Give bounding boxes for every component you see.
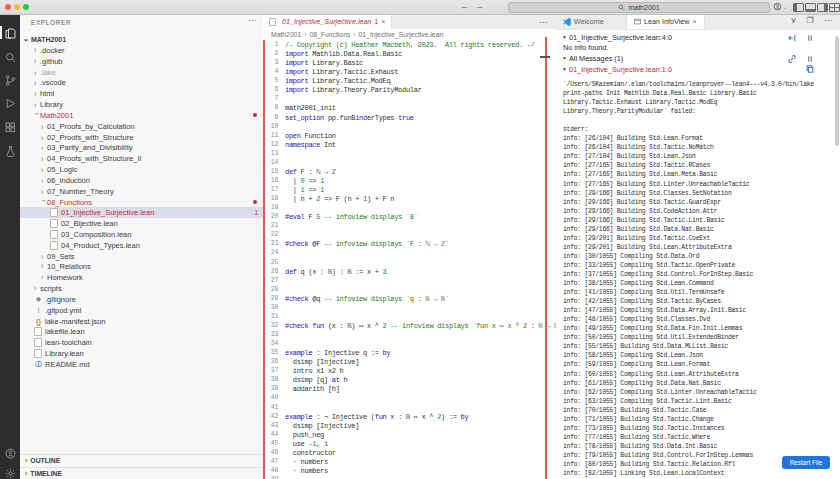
code-line[interactable]: 37 intro x1 x2 h [263,367,556,376]
editor-more-actions-icon[interactable]: ··· [539,17,548,27]
tab-welcome[interactable]: Welcome [556,14,611,29]
code-line[interactable]: 5import Library.Tactic.ModEq [263,77,556,86]
tree-file-library.lean[interactable]: Library.lean [20,348,263,359]
code-line[interactable]: 29#check @q -- infoview displays `q : ℝ … [263,295,556,304]
close-window-button[interactable] [5,4,11,10]
settings-gear-icon[interactable] [4,466,17,479]
source-control-icon[interactable] [4,73,17,86]
restart-file-button[interactable]: Restart File [782,456,830,469]
tree-folder-.docker[interactable]: ›.docker [20,45,263,56]
code-line[interactable]: 45 use -1, 1 [263,440,556,449]
maximize-window-button[interactable] [23,4,29,10]
tree-file-lean-toolchain[interactable]: lean-toolchain [20,337,263,348]
code-line[interactable]: 8math2001_init [263,104,556,113]
tree-folder-.lake[interactable]: ›.lake [20,67,263,78]
code-line[interactable]: 15def F : ℕ → ℤ [263,168,556,177]
code-line[interactable]: 30 [263,304,556,313]
code-line[interactable]: 24 [263,249,556,258]
code-line[interactable]: 9set_option pp.funBinderTypes true [263,114,556,123]
tree-folder-library[interactable]: ›Library [20,99,263,110]
infoview-section-header[interactable]: ▼01_Injective_Surjective.lean:4:0 [556,32,840,43]
code-line[interactable]: 27 [263,277,556,286]
code-line[interactable]: 13 [263,150,556,159]
breadcrumb-item[interactable]: 08_Functions [310,31,351,38]
build-log-output[interactable]: `/Users/SKazemian/.elan/toolchains/leanp… [563,80,814,478]
breadcrumb[interactable]: Math2001›08_Functions›01_Injective_Surje… [263,29,557,40]
tree-folder-.github[interactable]: ›.github [20,56,263,67]
tab-lean-infoview[interactable]: Lean InfoView × [626,14,705,29]
explorer-icon[interactable] [4,26,17,39]
close-tab-icon[interactable]: × [381,18,385,25]
outline-section[interactable]: › OUTLINE [20,454,263,467]
toggle-primary-sidebar-icon[interactable] [793,3,804,12]
link-icon[interactable] [788,55,796,63]
code-line[interactable]: 35example : Injective q := by [263,349,556,358]
code-line[interactable]: 26def q (x : ℝ) : ℝ := x + 3 [263,268,556,277]
code-line[interactable]: 16 | 0 => 1 [263,177,556,186]
code-line[interactable]: 22 [263,231,556,240]
extensions-icon[interactable] [4,120,17,133]
code-line[interactable]: 32#check fun (x : ℝ) ↦ x ^ 2 -- infoview… [263,322,556,331]
code-line[interactable]: 25 [263,259,556,268]
code-line[interactable]: 6import Library.Theory.ParityModular [263,86,556,95]
goto-icon[interactable] [788,34,796,42]
tree-folder-.vscode[interactable]: ›.vscode [20,77,263,88]
tree-file-.gitignore[interactable]: ◆.gitignore [20,294,263,305]
pause-icon[interactable] [806,34,814,42]
code-line[interactable]: 36 dsimp [Injective] [263,358,556,367]
tree-folder-html[interactable]: ›html [20,88,263,99]
infoview-section-header[interactable]: ▼01_Injective_Surjective.lean:1:0 [556,64,840,75]
tree-folder-10_relations[interactable]: ›10_Relations [20,262,263,273]
code-line[interactable]: 3import Library.Basic [263,59,556,68]
code-line[interactable]: 21 [263,222,556,231]
code-line[interactable]: 14 [263,159,556,168]
tree-file-readme.md[interactable]: ⓘREADME.md [20,359,263,370]
tree-file-02_bijective.lean[interactable]: 02_Bijective.lean [20,218,263,229]
code-line[interactable]: 40 [263,394,556,403]
tree-folder-scripts[interactable]: ›scripts [20,283,263,294]
tree-folder-math2001[interactable]: ›Math2001 [20,110,263,121]
tree-folder-04_proofs_with_structure_ii[interactable]: ›04_Proofs_with_Structure_II [20,153,263,164]
tab-injective-surjective[interactable]: 01_Injective_Surjective.lean 1 × [263,14,392,29]
code-line[interactable]: 43 dsimp [Injective] [263,422,556,431]
accounts-icon[interactable]: ⌄ [773,2,787,11]
tree-file-lakefile.lean[interactable]: lakefile.lean [20,327,263,338]
code-line[interactable]: 41 [263,404,556,413]
tree-folder-03_parity_and_divisibility[interactable]: ›03_Parity_and_Divisibility [20,142,263,153]
code-line[interactable]: 34 [263,340,556,349]
code-line[interactable]: 7 [263,95,556,104]
code-line[interactable]: 20#eval F 5 -- infoview displays `8` [263,213,556,222]
tree-file-03_composition.lean[interactable]: 03_Composition.lean [20,229,263,240]
history-nav-arrows[interactable]: ←→ [460,1,490,11]
code-line[interactable]: 42example : ¬ Injective (fun x : ℝ ↦ x ^… [263,413,556,422]
code-line[interactable]: 28 [263,286,556,295]
code-line[interactable]: 1/- Copyright (c) Heather Macbeth, 2023.… [263,41,556,50]
code-line[interactable]: 23#check @F -- infoview displays `F : ℕ … [263,240,556,249]
code-line[interactable]: 46 constructor [263,449,556,458]
code-line[interactable]: 48 · numbers [263,467,556,476]
code-line[interactable]: 4import Library.Tactic.Exhaust [263,68,556,77]
code-line[interactable]: 10 [263,123,556,132]
tree-folder-09_sets[interactable]: ›09_Sets [20,251,263,262]
tree-file-01_injective_surjective.lean[interactable]: 01_Injective_Surjective.lean1 [20,207,263,218]
tree-file-04_product_types.lean[interactable]: 04_Product_Types.lean [20,240,263,251]
breadcrumb-item[interactable]: 01_Injective_Surjective.lean [359,31,444,38]
tree-folder-01_proofs_by_calculation[interactable]: ›01_Proofs_by_Calculation [20,121,263,132]
tree-folder-02_proofs_with_structure[interactable]: ›02_Proofs_with_Structure [20,132,263,143]
code-line[interactable]: 33 [263,331,556,340]
search-icon[interactable] [4,50,17,63]
code-line[interactable]: 2import Mathlib.Data.Real.Basic [263,50,556,59]
explorer-more-actions-icon[interactable]: ··· [248,15,257,25]
tree-folder-07_number_theory[interactable]: ›07_Number_Theory [20,186,263,197]
panel-actions-icons[interactable]: ⋎ ❐ ⋯ [791,16,836,25]
infoview-section-header[interactable]: ▼All Messages (1) [556,53,840,64]
command-center-search[interactable]: math2001 [508,2,770,13]
code-line[interactable]: 31 [263,313,556,322]
copy-icon[interactable] [806,65,814,73]
tree-folder-05_logic[interactable]: ›05_Logic [20,164,263,175]
run-and-debug-icon[interactable] [4,96,17,109]
toggle-secondary-sidebar-icon[interactable] [817,3,828,12]
code-line[interactable]: 19 [263,204,556,213]
code-editor[interactable]: 1/- Copyright (c) Heather Macbeth, 2023.… [263,41,556,479]
close-tab-icon[interactable]: × [692,18,696,25]
